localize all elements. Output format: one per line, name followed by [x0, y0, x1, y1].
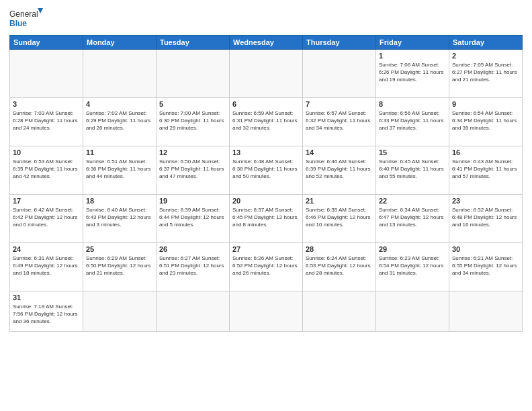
day-cell: 1Sunrise: 7:06 AM Sunset: 6:26 PM Daylig…: [376, 50, 449, 98]
day-cell: [303, 50, 376, 98]
day-info: Sunrise: 6:24 AM Sunset: 6:53 PM Dayligh…: [306, 255, 373, 277]
day-cell: 10Sunrise: 6:53 AM Sunset: 6:35 PM Dayli…: [10, 146, 83, 195]
weekday-tuesday: Tuesday: [157, 36, 230, 50]
day-cell: [303, 291, 376, 332]
day-info: Sunrise: 6:37 AM Sunset: 6:45 PM Dayligh…: [232, 206, 300, 229]
day-cell: 7Sunrise: 6:57 AM Sunset: 6:32 PM Daylig…: [303, 98, 376, 146]
day-number: 27: [232, 245, 300, 253]
week-row-5: 31Sunrise: 7:19 AM Sunset: 7:56 PM Dayli…: [10, 291, 523, 332]
day-number: 23: [452, 197, 519, 205]
day-cell: 19Sunrise: 6:39 AM Sunset: 6:44 PM Dayli…: [157, 195, 230, 243]
day-number: 30: [452, 245, 519, 253]
day-cell: 11Sunrise: 6:51 AM Sunset: 6:36 PM Dayli…: [83, 146, 157, 195]
day-number: 3: [13, 100, 80, 108]
day-number: 10: [13, 148, 80, 156]
weekday-thursday: Thursday: [303, 36, 376, 50]
day-number: 9: [452, 100, 519, 108]
day-info: Sunrise: 6:40 AM Sunset: 6:43 PM Dayligh…: [86, 206, 153, 229]
day-number: 4: [86, 100, 153, 108]
day-info: Sunrise: 7:05 AM Sunset: 6:27 PM Dayligh…: [452, 61, 519, 84]
week-row-0: 1Sunrise: 7:06 AM Sunset: 6:26 PM Daylig…: [10, 50, 523, 98]
day-info: Sunrise: 6:31 AM Sunset: 6:49 PM Dayligh…: [13, 255, 80, 277]
week-row-3: 17Sunrise: 6:42 AM Sunset: 6:42 PM Dayli…: [10, 195, 523, 243]
page: General Blue SundayMondayTuesdayWednesda…: [0, 0, 532, 411]
day-number: 11: [86, 148, 153, 156]
day-cell: 18Sunrise: 6:40 AM Sunset: 6:43 PM Dayli…: [83, 195, 157, 243]
weekday-wednesday: Wednesday: [230, 36, 303, 50]
day-number: 20: [232, 197, 300, 205]
day-number: 15: [379, 148, 446, 156]
day-cell: 31Sunrise: 7:19 AM Sunset: 7:56 PM Dayli…: [10, 291, 83, 332]
calendar-table: SundayMondayTuesdayWednesdayThursdayFrid…: [9, 35, 523, 332]
day-info: Sunrise: 6:59 AM Sunset: 6:31 PM Dayligh…: [232, 109, 300, 132]
day-number: 22: [379, 197, 446, 205]
day-info: Sunrise: 6:43 AM Sunset: 6:41 PM Dayligh…: [452, 158, 519, 181]
day-info: Sunrise: 6:26 AM Sunset: 6:52 PM Dayligh…: [232, 255, 300, 277]
day-cell: [10, 50, 83, 98]
day-cell: 28Sunrise: 6:24 AM Sunset: 6:53 PM Dayli…: [303, 243, 376, 291]
day-cell: 3Sunrise: 7:03 AM Sunset: 6:28 PM Daylig…: [10, 98, 83, 146]
day-number: 29: [379, 245, 446, 253]
day-info: Sunrise: 6:56 AM Sunset: 6:33 PM Dayligh…: [379, 109, 446, 132]
day-cell: [83, 50, 157, 98]
week-row-2: 10Sunrise: 6:53 AM Sunset: 6:35 PM Dayli…: [10, 146, 523, 195]
day-cell: 2Sunrise: 7:05 AM Sunset: 6:27 PM Daylig…: [449, 50, 523, 98]
day-cell: 26Sunrise: 6:27 AM Sunset: 6:51 PM Dayli…: [157, 243, 230, 291]
day-cell: [157, 50, 230, 98]
day-info: Sunrise: 7:03 AM Sunset: 6:28 PM Dayligh…: [13, 109, 80, 132]
day-info: Sunrise: 6:50 AM Sunset: 6:37 PM Dayligh…: [159, 158, 226, 181]
weekday-sunday: Sunday: [10, 36, 83, 50]
day-cell: 20Sunrise: 6:37 AM Sunset: 6:45 PM Dayli…: [230, 195, 303, 243]
generalblue-logo-icon: General Blue: [9, 7, 43, 31]
day-number: 16: [452, 148, 519, 156]
day-cell: 12Sunrise: 6:50 AM Sunset: 6:37 PM Dayli…: [157, 146, 230, 195]
day-cell: 5Sunrise: 7:00 AM Sunset: 6:30 PM Daylig…: [157, 98, 230, 146]
day-number: 1: [379, 52, 446, 60]
day-cell: 14Sunrise: 6:46 AM Sunset: 6:39 PM Dayli…: [303, 146, 376, 195]
logo: General Blue: [9, 7, 43, 31]
day-cell: 8Sunrise: 6:56 AM Sunset: 6:33 PM Daylig…: [376, 98, 449, 146]
day-cell: 4Sunrise: 7:02 AM Sunset: 6:29 PM Daylig…: [83, 98, 157, 146]
weekday-monday: Monday: [83, 36, 157, 50]
day-cell: 6Sunrise: 6:59 AM Sunset: 6:31 PM Daylig…: [230, 98, 303, 146]
day-number: 19: [159, 197, 226, 205]
day-cell: 24Sunrise: 6:31 AM Sunset: 6:49 PM Dayli…: [10, 243, 83, 291]
day-info: Sunrise: 6:42 AM Sunset: 6:42 PM Dayligh…: [13, 206, 80, 229]
day-number: 31: [13, 293, 80, 302]
day-cell: 17Sunrise: 6:42 AM Sunset: 6:42 PM Dayli…: [10, 195, 83, 243]
day-number: 7: [306, 100, 373, 108]
day-cell: [230, 50, 303, 98]
day-number: 2: [452, 52, 519, 60]
day-cell: 25Sunrise: 6:29 AM Sunset: 6:50 PM Dayli…: [83, 243, 157, 291]
day-info: Sunrise: 7:06 AM Sunset: 6:26 PM Dayligh…: [379, 61, 446, 84]
day-info: Sunrise: 6:32 AM Sunset: 6:48 PM Dayligh…: [452, 206, 519, 229]
day-cell: 27Sunrise: 6:26 AM Sunset: 6:52 PM Dayli…: [230, 243, 303, 291]
header: General Blue: [9, 7, 523, 31]
day-number: 14: [306, 148, 373, 156]
day-cell: 30Sunrise: 6:21 AM Sunset: 6:55 PM Dayli…: [449, 243, 523, 291]
day-info: Sunrise: 7:00 AM Sunset: 6:30 PM Dayligh…: [159, 109, 226, 132]
day-cell: 21Sunrise: 6:35 AM Sunset: 6:46 PM Dayli…: [303, 195, 376, 243]
day-info: Sunrise: 7:19 AM Sunset: 7:56 PM Dayligh…: [13, 303, 80, 326]
day-info: Sunrise: 6:45 AM Sunset: 6:40 PM Dayligh…: [379, 158, 446, 181]
day-number: 17: [13, 197, 80, 205]
day-cell: 29Sunrise: 6:23 AM Sunset: 6:54 PM Dayli…: [376, 243, 449, 291]
day-cell: 15Sunrise: 6:45 AM Sunset: 6:40 PM Dayli…: [376, 146, 449, 195]
day-info: Sunrise: 6:48 AM Sunset: 6:38 PM Dayligh…: [232, 158, 300, 181]
day-info: Sunrise: 6:39 AM Sunset: 6:44 PM Dayligh…: [159, 206, 226, 229]
day-info: Sunrise: 6:51 AM Sunset: 6:36 PM Dayligh…: [86, 158, 153, 181]
day-info: Sunrise: 6:27 AM Sunset: 6:51 PM Dayligh…: [159, 255, 226, 277]
day-number: 21: [306, 197, 373, 205]
day-cell: 22Sunrise: 6:34 AM Sunset: 6:47 PM Dayli…: [376, 195, 449, 243]
day-info: Sunrise: 6:57 AM Sunset: 6:32 PM Dayligh…: [306, 109, 373, 132]
day-cell: [376, 291, 449, 332]
day-number: 18: [86, 197, 153, 205]
day-cell: [230, 291, 303, 332]
day-cell: [449, 291, 523, 332]
day-info: Sunrise: 6:29 AM Sunset: 6:50 PM Dayligh…: [86, 255, 153, 277]
day-number: 12: [159, 148, 226, 156]
day-info: Sunrise: 6:53 AM Sunset: 6:35 PM Dayligh…: [13, 158, 80, 181]
day-info: Sunrise: 6:21 AM Sunset: 6:55 PM Dayligh…: [452, 255, 519, 277]
day-cell: [83, 291, 157, 332]
day-number: 26: [159, 245, 226, 253]
